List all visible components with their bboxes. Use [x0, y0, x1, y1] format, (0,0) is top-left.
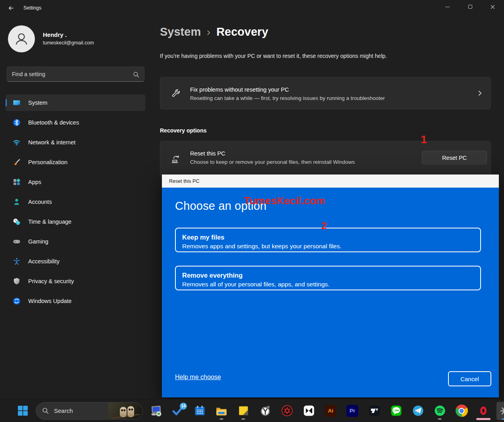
close-button[interactable]: [481, 0, 504, 13]
annotation-step-2: 2: [321, 220, 327, 232]
update-icon: [13, 297, 21, 305]
breadcrumb-chevron-icon: [206, 30, 211, 36]
search-highlight-image: [108, 403, 142, 419]
sidebar-item-label: Network & internet: [28, 139, 75, 146]
cancel-button[interactable]: Cancel: [448, 371, 491, 386]
sidebar-item-apps[interactable]: Apps: [6, 174, 145, 190]
search-icon: [133, 71, 139, 78]
user-name: Hendry .: [43, 31, 67, 38]
breadcrumb-parent[interactable]: System: [160, 25, 201, 38]
taskbar-chrome-icon[interactable]: [453, 402, 470, 420]
person-icon: [12, 30, 31, 48]
search-icon: [42, 407, 49, 414]
fix-problems-subtitle: Resetting can take a while — first, try …: [190, 95, 385, 101]
back-button[interactable]: [5, 3, 17, 13]
search-input[interactable]: [12, 67, 127, 81]
accessibility-icon: [13, 257, 21, 265]
watermark: TumesKecil.com: [244, 195, 325, 207]
sidebar-item-gaming[interactable]: Gaming: [6, 233, 145, 250]
taskbar-file-explorer-icon[interactable]: [213, 402, 230, 420]
maximize-button[interactable]: [459, 0, 481, 13]
taskbar-illustrator-icon[interactable]: Ai: [322, 402, 339, 420]
network-icon: [13, 138, 21, 146]
sidebar-item-label: Windows Update: [28, 298, 72, 304]
taskbar-search-label: Search: [54, 407, 73, 414]
settings-window: Settings Hendry . tumeskecil@gmail.com S…: [0, 0, 504, 422]
sidebar-item-system[interactable]: System: [6, 94, 145, 111]
reset-pc-icon: [171, 154, 181, 164]
taskbar-calendar-icon[interactable]: [191, 402, 208, 420]
system-icon: [13, 99, 21, 107]
page-title: Recovery: [216, 25, 268, 38]
sidebar-item-label: Gaming: [28, 238, 48, 245]
minimize-button[interactable]: [436, 0, 459, 13]
taskbar-clock-icon[interactable]: [256, 402, 274, 420]
taskbar-remote-desktop-icon[interactable]: [147, 402, 165, 420]
sidebar-item-label: Privacy & security: [28, 278, 74, 284]
taskbar-todo-icon[interactable]: 14: [169, 402, 187, 420]
sidebar-item-update[interactable]: Windows Update: [6, 293, 145, 309]
fix-problems-card[interactable]: Fix problems without resetting your PC R…: [160, 77, 491, 109]
bluetooth-icon: [13, 119, 21, 127]
sidebar-item-label: Personalization: [28, 159, 67, 165]
maximize-icon: [468, 5, 472, 9]
taskbar-opera-icon[interactable]: [475, 402, 492, 420]
sidebar-item-accessibility[interactable]: Accessibility: [6, 253, 145, 270]
sidebar-item-label: Bluetooth & devices: [28, 119, 79, 126]
taskbar-tradingview-icon[interactable]: [365, 402, 383, 420]
reset-this-pc-dialog: Reset this PC Choose an option TumesKeci…: [162, 175, 499, 397]
running-indicator: [476, 418, 491, 420]
keep-my-files-option[interactable]: Keep my files Removes apps and settings,…: [175, 228, 481, 252]
wrench-icon: [171, 88, 181, 98]
apps-icon: [13, 178, 21, 186]
sidebar-item-label: Time & language: [28, 219, 71, 225]
taskbar-line-icon[interactable]: LINE: [387, 402, 405, 420]
running-indicator: [438, 418, 442, 420]
option-title: Remove everything: [182, 272, 480, 279]
taskbar-premiere-icon[interactable]: Pr: [344, 402, 361, 420]
running-indicator: [242, 418, 245, 420]
taskbar-settings-icon[interactable]: [496, 402, 504, 420]
annotation-step-1: 1: [421, 133, 427, 146]
sidebar-item-label: Apps: [28, 179, 41, 185]
help-me-choose-link[interactable]: Help me choose: [175, 374, 221, 381]
user-email: tumeskecil@gmail.com: [43, 40, 94, 46]
reset-this-pc-row: Reset this PC Choose to keep or remove y…: [160, 141, 491, 177]
taskbar-capcut-icon[interactable]: [300, 402, 317, 420]
page-description: If you’re having problems with your PC o…: [160, 53, 387, 59]
running-indicator: [502, 418, 504, 420]
taskbar-search[interactable]: Search: [36, 402, 143, 420]
sidebar-item-network[interactable]: Network & internet: [6, 134, 145, 151]
chrome-logo: [456, 405, 468, 417]
sidebar-item-label: System: [28, 100, 47, 106]
taskbar-sticky-notes-icon[interactable]: [235, 402, 252, 420]
sidebar-item-label: Accessibility: [28, 258, 60, 265]
remove-everything-option[interactable]: Remove everything Removes all of your pe…: [175, 266, 481, 290]
avatar[interactable]: [8, 25, 35, 52]
sidebar-item-time[interactable]: Time & language: [6, 213, 145, 230]
reset-pc-button[interactable]: Reset PC: [422, 151, 487, 165]
personalization-icon: [13, 158, 21, 166]
find-setting-searchbox[interactable]: [7, 67, 144, 82]
option-description: Removes all of your personal files, apps…: [182, 281, 480, 288]
gaming-icon: [13, 238, 21, 246]
taskbar-spotify-icon[interactable]: [431, 402, 448, 420]
dialog-body: Choose an option TumesKecil.com 2 Keep m…: [162, 188, 499, 397]
breadcrumb: System Recovery: [160, 25, 268, 38]
time-icon: [13, 218, 21, 226]
running-indicator: [220, 418, 223, 420]
taskbar-telegram-icon[interactable]: [409, 402, 427, 420]
taskbar-driver-updater-icon[interactable]: [278, 402, 296, 420]
sidebar-item-accounts[interactable]: Accounts: [6, 194, 145, 210]
sidebar-item-personalization[interactable]: Personalization: [6, 154, 145, 171]
section-label: Recovery options: [160, 127, 206, 134]
sidebar-item-bluetooth[interactable]: Bluetooth & devices: [6, 114, 145, 131]
taskbar-start-icon[interactable]: [14, 402, 31, 420]
back-arrow-icon: [8, 5, 14, 12]
premiere-logo: Pr: [346, 405, 358, 417]
fix-problems-title: Fix problems without resetting your PC: [190, 86, 289, 93]
dialog-titlebar: Reset this PC: [162, 175, 499, 188]
reset-row-title: Reset this PC: [190, 150, 225, 157]
option-title: Keep my files: [182, 234, 480, 241]
sidebar-item-privacy[interactable]: Privacy & security: [6, 273, 145, 290]
